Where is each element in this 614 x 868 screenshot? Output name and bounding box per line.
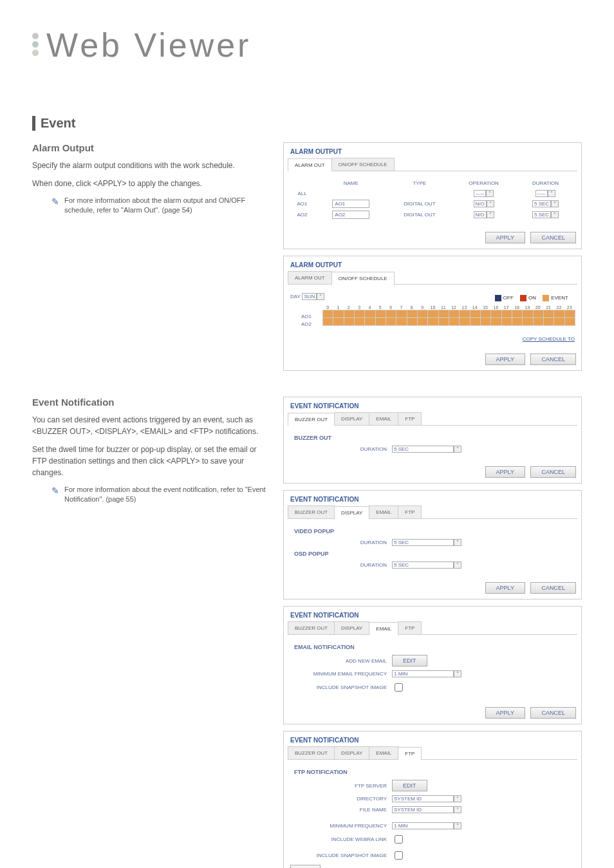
panel4-title: EVENT NOTIFICATION — [284, 491, 581, 505]
chevron-down-icon[interactable]: ˅ — [551, 200, 559, 207]
min-freq-select[interactable]: 1 MIN — [392, 670, 454, 677]
ftp-server-label: FTP SERVER — [290, 783, 392, 789]
tab-email[interactable]: EMAIL — [369, 412, 398, 425]
chevron-down-icon[interactable]: ˅ — [454, 561, 461, 569]
buzzer-panel: EVENT NOTIFICATION BUZZER OUT DISPLAY EM… — [283, 397, 582, 484]
edit-button[interactable]: EDIT — [392, 655, 427, 666]
panel5-title: EVENT NOTIFICATION — [284, 607, 581, 621]
tab-display[interactable]: DISPLAY — [334, 412, 369, 425]
min-freq-label: MINIMUM FREQUENCY — [290, 823, 392, 829]
chevron-down-icon[interactable]: ˅ — [548, 190, 555, 197]
day-label: DAY — [290, 294, 301, 299]
tab-buzzer-out[interactable]: BUZZER OUT — [288, 621, 335, 634]
apply-button[interactable]: APPLY — [485, 354, 525, 365]
duration-label: DURATION — [290, 562, 392, 568]
tab-buzzer-out[interactable]: BUZZER OUT — [288, 746, 335, 759]
page-title-wrap: Web Viewer — [32, 26, 582, 64]
chevron-down-icon[interactable]: ˅ — [487, 200, 494, 207]
alarm-output-note: For more information about the alarm out… — [64, 196, 270, 216]
cancel-button[interactable]: CANCEL — [530, 232, 576, 243]
duration-select[interactable]: 5 SEC — [392, 539, 454, 546]
duration-select[interactable]: ----- — [535, 190, 548, 197]
apply-button[interactable]: APPLY — [485, 582, 525, 594]
tab-alarm-out[interactable]: ALARM OUT — [288, 271, 332, 284]
chevron-down-icon[interactable]: ˅ — [454, 795, 461, 802]
duration-select[interactable]: 5 SEC — [532, 211, 551, 218]
alarm-output-p1: Specify the alarm output conditions with… — [32, 160, 270, 171]
cancel-button[interactable]: CANCEL — [530, 466, 576, 478]
help-button[interactable]: HELP — [290, 865, 321, 868]
name-input[interactable] — [332, 200, 369, 208]
snapshot-checkbox[interactable] — [395, 851, 403, 860]
name-input[interactable] — [332, 211, 369, 219]
pencil-icon: ✎ — [51, 196, 59, 216]
tab-email[interactable]: EMAIL — [369, 505, 398, 518]
tab-ftp[interactable]: FTP — [398, 621, 422, 634]
tab-display[interactable]: DISPLAY — [334, 746, 369, 759]
email-section: EMAIL NOTIFICATION — [290, 641, 575, 653]
panel6-title: EVENT NOTIFICATION — [284, 731, 581, 746]
cancel-button[interactable]: CANCEL — [530, 707, 576, 719]
day-select[interactable]: SUN — [302, 293, 317, 300]
operation-select[interactable]: N/O — [474, 200, 487, 207]
tab-alarm-out[interactable]: ALARM OUT — [288, 158, 332, 171]
row-ao1: AO1 — [290, 314, 322, 321]
tab-display[interactable]: DISPLAY — [334, 506, 369, 519]
tab-ftp[interactable]: FTP — [398, 747, 422, 760]
tab-display[interactable]: DISPLAY — [334, 621, 369, 634]
tab-email[interactable]: EMAIL — [369, 746, 398, 759]
chevron-down-icon[interactable]: ˅ — [317, 293, 324, 300]
apply-button[interactable]: APPLY — [485, 466, 525, 478]
chevron-down-icon[interactable]: ˅ — [486, 190, 494, 197]
duration-select[interactable]: 5 SEC — [392, 561, 454, 569]
pencil-icon: ✎ — [51, 485, 59, 505]
duration-select[interactable]: 5 SEC — [392, 446, 454, 453]
snapshot-checkbox[interactable] — [395, 683, 403, 692]
snapshot-label: INCLUDE SNAPSHOT IMAGE — [290, 684, 392, 690]
tab-buzzer-out[interactable]: BUZZER OUT — [288, 413, 335, 426]
filename-label: FILE NAME — [290, 807, 392, 813]
tab-buzzer-out[interactable]: BUZZER OUT — [288, 505, 335, 518]
col-operation: OPERATION — [451, 178, 516, 189]
chevron-down-icon[interactable]: ˅ — [454, 822, 461, 829]
operation-select[interactable]: ----- — [474, 190, 486, 197]
ftp-panel: EVENT NOTIFICATION BUZZER OUT DISPLAY EM… — [283, 731, 582, 868]
apply-button[interactable]: APPLY — [485, 232, 525, 243]
webra-checkbox[interactable] — [395, 835, 403, 844]
page-title: Web Viewer — [46, 26, 251, 64]
tab-onoff-schedule[interactable]: ON/OFF SCHEDULE — [331, 158, 395, 171]
add-new-email-label: ADD NEW EMAIL — [290, 658, 392, 664]
event-notification-heading: Event Notification — [32, 397, 270, 408]
legend-event-swatch — [543, 295, 549, 301]
table-row: AO2 DIGITAL OUT N/O˅ 5 SEC˅ — [290, 209, 575, 220]
edit-button[interactable]: EDIT — [392, 780, 427, 791]
min-freq-select[interactable]: 1 MIN — [392, 822, 454, 829]
chevron-down-icon[interactable]: ˅ — [454, 539, 461, 546]
duration-label: DURATION — [290, 540, 392, 545]
tab-ftp[interactable]: FTP — [398, 505, 422, 518]
schedule-row[interactable] — [322, 310, 575, 317]
chevron-down-icon[interactable]: ˅ — [487, 211, 494, 218]
operation-select[interactable]: N/O — [474, 211, 487, 218]
copy-schedule-link[interactable]: COPY SCHEDULE TO — [523, 336, 575, 342]
event-notification-note: For more information about the event not… — [64, 485, 270, 505]
directory-select[interactable]: SYSTEM ID — [392, 795, 454, 802]
chevron-down-icon[interactable]: ˅ — [454, 670, 461, 677]
col-type: TYPE — [388, 178, 452, 189]
schedule-row[interactable] — [322, 317, 575, 325]
chevron-down-icon[interactable]: ˅ — [454, 806, 461, 813]
tab-email[interactable]: EMAIL — [369, 622, 398, 635]
tab-onoff-schedule[interactable]: ON/OFF SCHEDULE — [331, 272, 395, 285]
chevron-down-icon[interactable]: ˅ — [454, 446, 461, 453]
cancel-button[interactable]: CANCEL — [530, 354, 576, 365]
display-panel: EVENT NOTIFICATION BUZZER OUT DISPLAY EM… — [283, 490, 582, 599]
alarm-output-heading: Alarm Output — [32, 142, 270, 153]
duration-select[interactable]: 5 SEC — [532, 200, 551, 207]
panel1-title: ALARM OUTPUT — [284, 143, 581, 158]
hour-header: 01234567891011121314151617181920212223 — [322, 305, 575, 310]
tab-ftp[interactable]: FTP — [398, 412, 422, 425]
chevron-down-icon[interactable]: ˅ — [551, 211, 559, 218]
apply-button[interactable]: APPLY — [485, 707, 525, 719]
filename-select[interactable]: SYSTEM ID — [392, 806, 454, 813]
cancel-button[interactable]: CANCEL — [530, 582, 576, 594]
